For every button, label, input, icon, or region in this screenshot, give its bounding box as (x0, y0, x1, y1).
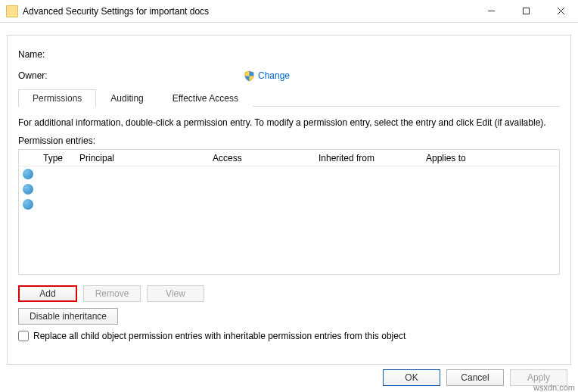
table-row[interactable] (19, 166, 559, 182)
col-inherited[interactable]: Inherited from (312, 153, 420, 163)
col-principal[interactable]: Principal (73, 153, 207, 163)
content-frame: Name: Owner: Change Permissions Auditing… (7, 35, 571, 365)
col-access[interactable]: Access (207, 153, 312, 163)
user-icon (23, 184, 33, 194)
title-bar: Advanced Security Settings for important… (0, 0, 578, 23)
maximize-button[interactable] (508, 0, 543, 23)
add-button[interactable]: Add (18, 285, 77, 302)
disable-inheritance-button[interactable]: Disable inheritance (18, 308, 118, 325)
table-row[interactable] (19, 182, 559, 197)
close-button[interactable] (543, 0, 578, 23)
col-applies[interactable]: Applies to (420, 153, 559, 163)
ok-button[interactable]: OK (383, 369, 440, 386)
folder-icon (6, 5, 18, 17)
owner-row: Owner: Change (18, 67, 560, 84)
section-label: Permission entries: (18, 135, 560, 146)
tab-auditing[interactable]: Auditing (96, 89, 157, 107)
watermark: wsxdn.com (533, 383, 575, 392)
tab-bar: Permissions Auditing Effective Access (18, 89, 560, 107)
name-row: Name: (18, 46, 560, 63)
user-icon (23, 199, 33, 210)
cancel-button[interactable]: Cancel (446, 369, 504, 386)
table-row[interactable] (19, 197, 559, 212)
name-label: Name: (18, 49, 244, 60)
col-type[interactable]: Type (37, 153, 73, 163)
row-buttons: Add Remove View (18, 285, 560, 302)
window-title: Advanced Security Settings for important… (23, 6, 474, 17)
shield-icon (244, 70, 255, 82)
permission-table[interactable]: Type Principal Access Inherited from App… (18, 149, 560, 275)
view-button[interactable]: View (147, 285, 204, 302)
owner-label: Owner: (18, 70, 244, 81)
remove-button[interactable]: Remove (83, 285, 141, 302)
change-owner-link[interactable]: Change (258, 70, 290, 81)
replace-check-row: Replace all child object permission entr… (18, 331, 560, 341)
user-icon (23, 169, 33, 179)
table-header: Type Principal Access Inherited from App… (19, 150, 559, 166)
replace-checkbox[interactable] (18, 331, 29, 341)
tab-permissions[interactable]: Permissions (18, 89, 96, 107)
instruction-text: For additional information, double-click… (18, 117, 560, 128)
tab-effective-access[interactable]: Effective Access (158, 89, 253, 107)
minimize-button[interactable] (474, 0, 508, 23)
replace-checkbox-label[interactable]: Replace all child object permission entr… (33, 331, 406, 341)
svg-rect-1 (523, 8, 529, 14)
